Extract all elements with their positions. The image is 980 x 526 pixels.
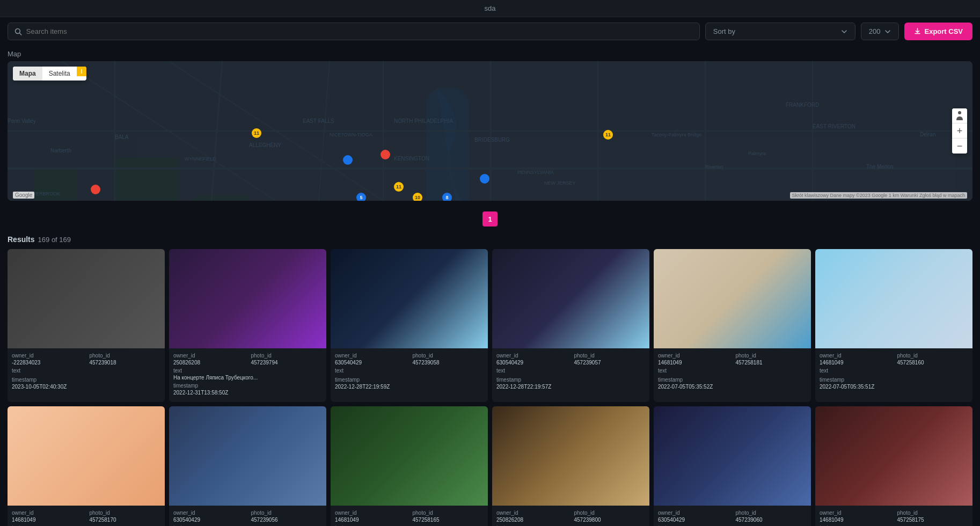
item-card[interactable]: owner_id -222834023 photo_id 457239018 t… xyxy=(8,249,165,402)
owner-id-label: owner_id xyxy=(12,353,83,359)
map-pin-blue-2[interactable]: 5 xyxy=(356,193,366,201)
svg-text:WYNNEFIELD: WYNNEFIELD xyxy=(185,156,217,162)
map-background: Narberth BALA WYNNEFIELD ALLEGHENY NICET… xyxy=(8,61,972,201)
svg-text:The Merion: The Merion xyxy=(866,164,894,170)
map-pin-red-2[interactable] xyxy=(381,150,390,159)
item-photo xyxy=(654,406,811,506)
map-pin-yellow-3[interactable]: 10 xyxy=(413,193,422,201)
item-card[interactable]: owner_id 14681049 photo_id 457258160 tex… xyxy=(815,249,972,402)
photo-id-label: photo_id xyxy=(90,510,161,516)
svg-text:EAST RIVERTON: EAST RIVERTON xyxy=(813,123,855,129)
item-card[interactable]: owner_id 14681049 photo_id 457258175 tex… xyxy=(815,406,972,526)
svg-line-1 xyxy=(19,33,21,34)
owner-id-value: 14681049 xyxy=(335,517,406,523)
photo-id-value: 457239056 xyxy=(251,517,323,523)
map-pin-red-1[interactable] xyxy=(91,185,100,194)
map-section: Map xyxy=(0,46,980,205)
map-type-mapa-button[interactable]: Mapa xyxy=(13,67,42,81)
owner-id-value: 250826208 xyxy=(173,360,245,366)
photo-id-value: 457258160 xyxy=(897,360,969,366)
item-meta: owner_id 630540429 photo_id 457239057 te… xyxy=(492,348,649,396)
search-icon xyxy=(14,28,22,35)
item-photo xyxy=(8,249,165,348)
owner-id-label: owner_id xyxy=(658,353,729,359)
text-label: text xyxy=(335,368,484,374)
text-label: text xyxy=(658,368,807,374)
search-wrapper xyxy=(8,23,700,40)
svg-rect-3 xyxy=(426,88,469,201)
item-card[interactable]: owner_id 14681049 photo_id 457258181 tex… xyxy=(654,249,811,402)
item-photo xyxy=(331,249,488,348)
photo-id-value: 457258175 xyxy=(897,517,969,523)
item-card[interactable]: owner_id 630540429 photo_id 457239056 te… xyxy=(169,406,326,526)
map-type-toggle: Mapa Satelita I xyxy=(13,67,86,81)
item-photo xyxy=(815,406,972,506)
sort-dropdown[interactable]: Sort by xyxy=(705,23,855,40)
map-pin-yellow-1[interactable]: 11 xyxy=(252,128,261,138)
map-pin-blue-5[interactable] xyxy=(480,174,489,184)
item-card[interactable]: owner_id 630540429 photo_id 457239058 te… xyxy=(331,249,488,402)
map-container[interactable]: Narberth BALA WYNNEFIELD ALLEGHENY NICET… xyxy=(8,61,972,201)
svg-text:PENNSYLVANIA: PENNSYLVANIA xyxy=(517,170,554,175)
count-dropdown[interactable]: 200 xyxy=(861,23,899,40)
map-pin-blue-3[interactable]: 8 xyxy=(442,193,452,201)
svg-text:BALA: BALA xyxy=(115,134,129,140)
download-icon xyxy=(914,28,921,35)
owner-id-label: owner_id xyxy=(496,353,568,359)
zoom-in-button[interactable]: + xyxy=(952,123,967,138)
owner-id-label: owner_id xyxy=(173,353,245,359)
timestamp-value: 2022-07-05T05:35:51Z xyxy=(820,384,968,390)
title-bar: sda xyxy=(0,0,980,17)
svg-text:KENSINGTON: KENSINGTON xyxy=(394,156,429,162)
owner-id-label: owner_id xyxy=(496,510,568,516)
item-card[interactable]: owner_id 630540429 photo_id 457239057 te… xyxy=(492,249,649,402)
count-chevron-icon xyxy=(884,28,891,35)
map-attribution: Skrót klawiszowy Dane mapy ©2023 Google … xyxy=(790,192,967,199)
owner-id-value: 630540429 xyxy=(658,517,729,523)
photo-id-label: photo_id xyxy=(736,510,807,516)
svg-text:Delran: Delran xyxy=(920,132,935,137)
photo-id-value: 457258165 xyxy=(413,517,484,523)
zoom-out-button[interactable]: − xyxy=(952,138,967,154)
export-csv-button[interactable]: Export CSV xyxy=(904,23,972,40)
item-card[interactable]: owner_id 630540429 photo_id 457239060 te… xyxy=(654,406,811,526)
owner-id-value: 14681049 xyxy=(12,517,83,523)
photo-id-value: 457239058 xyxy=(413,360,484,366)
search-input[interactable] xyxy=(26,27,693,35)
timestamp-label: timestamp xyxy=(658,377,807,383)
item-card[interactable]: owner_id 14681049 photo_id 457258170 tex… xyxy=(8,406,165,526)
map-type-satelita-button[interactable]: Satelita xyxy=(42,67,77,81)
item-card[interactable]: owner_id 14681049 photo_id 457258165 tex… xyxy=(331,406,488,526)
timestamp-label: timestamp xyxy=(12,377,160,383)
photo-id-label: photo_id xyxy=(90,353,161,359)
text-label: text xyxy=(12,368,160,374)
count-value: 200 xyxy=(869,27,881,35)
item-meta: owner_id 630540429 photo_id 457239058 te… xyxy=(331,348,488,396)
photo-id-value: 457239060 xyxy=(736,517,807,523)
item-card[interactable]: owner_id 250826208 photo_id 457239800 te… xyxy=(492,406,649,526)
google-logo: Google xyxy=(13,192,34,199)
timestamp-value: 2022-07-05T05:35:52Z xyxy=(658,384,807,390)
item-meta: owner_id -222834023 photo_id 457239018 t… xyxy=(8,348,165,396)
svg-text:Narberth: Narberth xyxy=(50,148,71,154)
svg-rect-4 xyxy=(115,158,179,201)
photo-id-label: photo_id xyxy=(574,353,646,359)
item-card[interactable]: owner_id 250826208 photo_id 457239794 te… xyxy=(169,249,326,402)
photo-id-value: 457239018 xyxy=(90,360,161,366)
photo-id-label: photo_id xyxy=(897,510,969,516)
pagination: 1 xyxy=(0,205,980,233)
page-1-button[interactable]: 1 xyxy=(482,211,498,227)
map-pin-yellow-7[interactable]: 11 xyxy=(603,130,613,140)
svg-text:Tacony-Palmyra Bridge: Tacony-Palmyra Bridge xyxy=(652,132,701,137)
map-pin-yellow-2[interactable]: 11 xyxy=(394,182,404,192)
results-count: 169 of 169 xyxy=(38,236,71,244)
text-label: text xyxy=(496,368,645,374)
owner-id-value: 250826208 xyxy=(496,517,568,523)
item-meta: owner_id 250826208 photo_id 457239794 te… xyxy=(169,348,326,402)
map-pin-blue-1[interactable] xyxy=(343,155,353,165)
item-meta: owner_id 14681049 photo_id 457258170 tex… xyxy=(8,506,165,526)
owner-id-label: owner_id xyxy=(820,353,891,359)
timestamp-label: timestamp xyxy=(335,377,484,383)
timestamp-value: 2022-12-28T22:19:59Z xyxy=(335,384,484,390)
item-photo xyxy=(815,249,972,348)
